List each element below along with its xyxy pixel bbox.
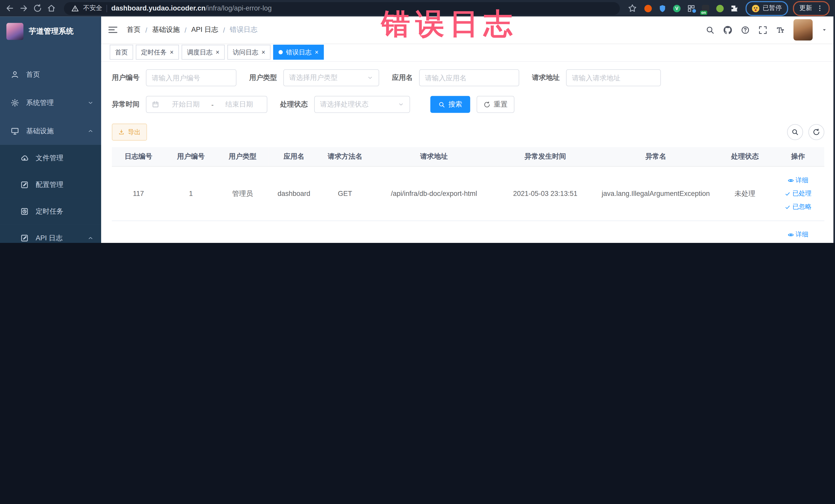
sidebar-item-label: 首页 — [26, 69, 40, 79]
font-size-icon[interactable] — [776, 25, 785, 35]
extension-on-icon[interactable]: on — [701, 4, 710, 13]
user-type-select[interactable]: 请选择用户类型 — [283, 69, 379, 86]
sidebar-item-scheduled-tasks[interactable]: 定时任务 — [0, 198, 101, 225]
bookmark-star-icon[interactable] — [628, 4, 637, 13]
cell-app: dashboard — [268, 221, 320, 243]
help-icon[interactable] — [741, 25, 750, 35]
extension-leaf-icon[interactable] — [716, 4, 724, 13]
close-icon[interactable]: × — [216, 49, 220, 56]
mark-ignored-link[interactable]: 已忽略 — [774, 200, 822, 214]
browser-menu-icon[interactable] — [816, 5, 823, 12]
forward-icon[interactable] — [19, 4, 28, 13]
browser-window: 不安全 dashboard.yudao.iocoder.cn/infra/log… — [0, 0, 835, 243]
chrome-update-button[interactable]: 更新 — [793, 1, 830, 16]
fullscreen-icon[interactable] — [758, 25, 767, 35]
sidebar-item-label: 系统管理 — [26, 98, 54, 107]
cell-time: 2021-05-03 23:13:51 — [497, 166, 593, 221]
app-name-input[interactable] — [419, 69, 519, 86]
mark-processed-link[interactable]: 已处理 — [774, 241, 822, 243]
github-icon[interactable] — [723, 25, 732, 35]
column-header: 请求方法名 — [320, 147, 371, 167]
search-icon[interactable] — [706, 25, 715, 35]
app-title: 芋道管理系统 — [29, 27, 74, 36]
warning-icon — [72, 5, 79, 12]
url-text: dashboard.yudao.iocoder.cn/infra/log/api… — [111, 4, 272, 12]
detail-link[interactable]: 详细 — [774, 228, 822, 241]
cell-user-id: 1 — [165, 166, 217, 221]
sidebar-item-file-management[interactable]: 文件管理 — [0, 145, 101, 172]
request-url-input[interactable] — [566, 69, 661, 86]
main-area: 首页/基础设施/API 日志/错误日志 首页定时任务×调度日志×访问日志×错误日… — [101, 16, 835, 243]
sidebar-item-api-log[interactable]: API 日志 — [0, 225, 101, 243]
sidebar-item-config-management[interactable]: 配置管理 — [0, 172, 101, 198]
eye-icon — [788, 177, 794, 184]
column-header: 异常名 — [593, 147, 718, 167]
filter-row-1: 用户编号 用户类型 请选择用户类型 应用名 — [112, 69, 824, 86]
tab-label: 错误日志 — [286, 48, 312, 57]
handle-status-select[interactable]: 请选择处理状态 — [314, 96, 410, 113]
tab-schedule-log[interactable]: 调度日志× — [182, 45, 225, 60]
action-label: 已处理 — [792, 241, 812, 243]
breadcrumb-item[interactable]: 首页 — [127, 25, 141, 35]
extension-grid-icon[interactable] — [687, 4, 695, 13]
address-bar[interactable]: 不安全 dashboard.yudao.iocoder.cn/infra/log… — [64, 2, 620, 15]
user-id-input[interactable] — [146, 69, 237, 86]
start-date-placeholder: 开始日期 — [163, 100, 208, 109]
update-label: 更新 — [799, 4, 812, 13]
sidebar-item-label: 文件管理 — [36, 153, 63, 163]
action-label: 已忽略 — [792, 200, 812, 214]
chevron-up-icon — [87, 127, 94, 134]
column-header: 日志编号 — [112, 147, 165, 167]
extension-shield-icon[interactable] — [658, 4, 667, 13]
sidebar-item-system-management[interactable]: 系统管理 — [0, 88, 101, 117]
chevron-down-icon — [87, 99, 94, 106]
close-icon[interactable]: × — [170, 49, 174, 56]
tab-scheduled-tasks[interactable]: 定时任务× — [136, 45, 179, 60]
browser-toolbar: 不安全 dashboard.yudao.iocoder.cn/infra/log… — [0, 0, 835, 16]
cell-user-id: 1 — [165, 221, 217, 243]
close-icon[interactable]: × — [315, 49, 319, 56]
sidebar-item-infrastructure[interactable]: 基础设施 — [0, 117, 101, 145]
export-button[interactable]: 导出 — [112, 123, 147, 140]
reset-button[interactable]: 重置 — [477, 96, 514, 113]
logo-image — [6, 23, 23, 40]
back-icon[interactable] — [5, 4, 14, 13]
request-url-label: 请求地址 — [532, 73, 560, 82]
filter-user-id: 用户编号 — [112, 69, 237, 86]
filter-app-name: 应用名 — [392, 69, 519, 86]
reload-icon[interactable] — [33, 4, 42, 13]
extension-v-icon[interactable]: V — [673, 4, 681, 13]
detail-link[interactable]: 详细 — [774, 174, 822, 187]
end-date-placeholder: 结束日期 — [217, 100, 262, 109]
extension-puzzle-icon[interactable] — [730, 4, 738, 13]
extension-orange-icon[interactable] — [644, 4, 652, 13]
column-header: 处理状态 — [718, 147, 772, 167]
toggle-search-button[interactable] — [787, 124, 803, 140]
paused-label: 已暂停 — [762, 4, 782, 13]
profile-paused-button[interactable]: 已暂停 — [746, 1, 788, 16]
breadcrumb-item[interactable]: API 日志 — [191, 25, 218, 35]
cell-exception: java.lang.IllegalArgumentException — [593, 221, 718, 243]
filter-exception-time: 异常时间 开始日期 - 结束日期 — [112, 96, 267, 113]
tab-access-log[interactable]: 访问日志× — [227, 45, 270, 60]
mark-processed-link[interactable]: 已处理 — [774, 187, 822, 200]
hamburger-icon[interactable] — [107, 24, 118, 35]
tab-home[interactable]: 首页 — [109, 45, 133, 60]
avatar[interactable] — [793, 19, 813, 41]
close-icon[interactable]: × — [262, 49, 265, 56]
sidebar-item-home[interactable]: 首页 — [0, 60, 101, 88]
breadcrumb-item[interactable]: 基础设施 — [152, 25, 180, 35]
profile-emoji-icon — [752, 5, 759, 12]
app-logo[interactable]: 芋道管理系统 — [0, 16, 101, 46]
avatar-caret-icon[interactable] — [821, 27, 828, 33]
refresh-table-button[interactable] — [808, 124, 824, 140]
gear-icon — [11, 98, 19, 107]
browser-home-icon[interactable] — [47, 4, 56, 13]
tab-error-log[interactable]: 错误日志× — [273, 45, 324, 60]
cell-id: 117 — [112, 166, 165, 221]
date-range-input[interactable]: 开始日期 - 结束日期 — [146, 96, 267, 113]
search-button[interactable]: 搜索 — [430, 96, 470, 113]
column-header: 用户编号 — [165, 147, 217, 167]
monitor-icon — [11, 126, 19, 135]
sidebar-item-label: 基础设施 — [26, 126, 54, 136]
